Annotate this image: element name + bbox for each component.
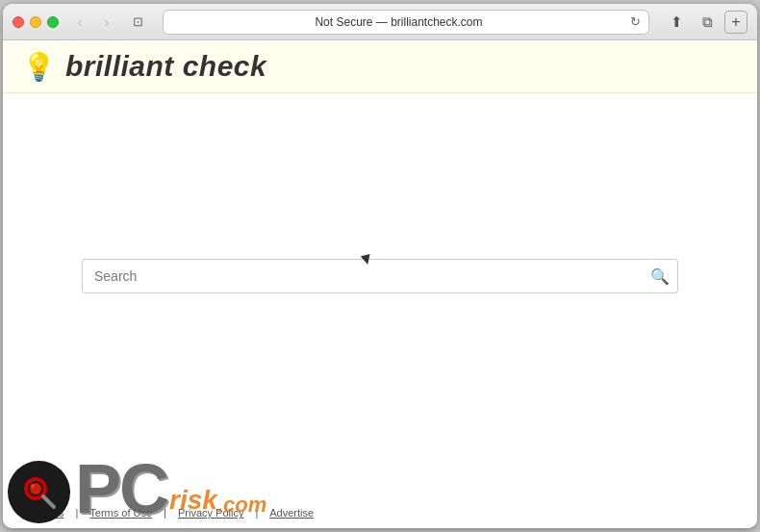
main-content: 🔍 — [3, 93, 757, 497]
search-icon: 🔍 — [650, 267, 670, 286]
fullscreen-button[interactable]: ⧉ — [694, 10, 721, 35]
back-button[interactable]: ‹ — [68, 11, 91, 34]
forward-icon: › — [105, 14, 110, 30]
traffic-lights — [13, 16, 59, 28]
footer-separator-3: | — [255, 507, 258, 519]
search-container: 🔍 — [82, 259, 678, 293]
search-input[interactable] — [83, 261, 643, 291]
new-tab-button[interactable]: + — [724, 11, 747, 34]
footer-separator-2: | — [164, 507, 166, 519]
webpage: 💡 brilliant check 🔍 About us | Terms of … — [3, 40, 757, 528]
title-bar: ‹ › ⊡ Not Secure — brilliantcheck.com ↻ … — [3, 4, 757, 40]
reader-icon: ⊡ — [133, 14, 143, 29]
footer-link-about[interactable]: About us — [22, 507, 63, 519]
site-logo-icon: 💡 — [22, 51, 56, 83]
address-bar[interactable]: Not Secure — brilliantcheck.com ↻ — [163, 10, 649, 35]
nav-buttons: ‹ › — [68, 11, 118, 34]
footer-link-advertise[interactable]: Advertise — [269, 507, 314, 519]
browser-window: ‹ › ⊡ Not Secure — brilliantcheck.com ↻ … — [3, 4, 757, 528]
reload-icon: ↻ — [630, 14, 641, 29]
site-footer: About us | Terms of Use | Privacy Policy… — [3, 497, 757, 528]
search-button[interactable]: 🔍 — [643, 260, 677, 292]
back-icon: ‹ — [78, 14, 83, 30]
new-tab-icon: + — [731, 13, 740, 31]
site-header: 💡 brilliant check — [3, 40, 757, 93]
toolbar-right: ⬆ ⧉ — [663, 10, 721, 35]
share-icon: ⬆ — [671, 13, 683, 31]
footer-link-privacy[interactable]: Privacy Policy — [178, 507, 243, 519]
footer-link-terms[interactable]: Terms of Use — [89, 507, 152, 519]
maximize-button[interactable] — [47, 16, 59, 28]
share-button[interactable]: ⬆ — [663, 10, 690, 35]
close-button[interactable] — [13, 16, 24, 28]
minimize-button[interactable] — [30, 16, 41, 28]
reader-view-button[interactable]: ⊡ — [126, 11, 149, 34]
fullscreen-icon: ⧉ — [702, 13, 713, 31]
url-text: Not Secure — brilliantcheck.com — [171, 15, 626, 29]
site-title: brilliant check — [65, 50, 266, 83]
forward-button[interactable]: › — [95, 11, 118, 34]
reload-button[interactable]: ↻ — [630, 14, 641, 29]
footer-separator-1: | — [75, 507, 78, 519]
